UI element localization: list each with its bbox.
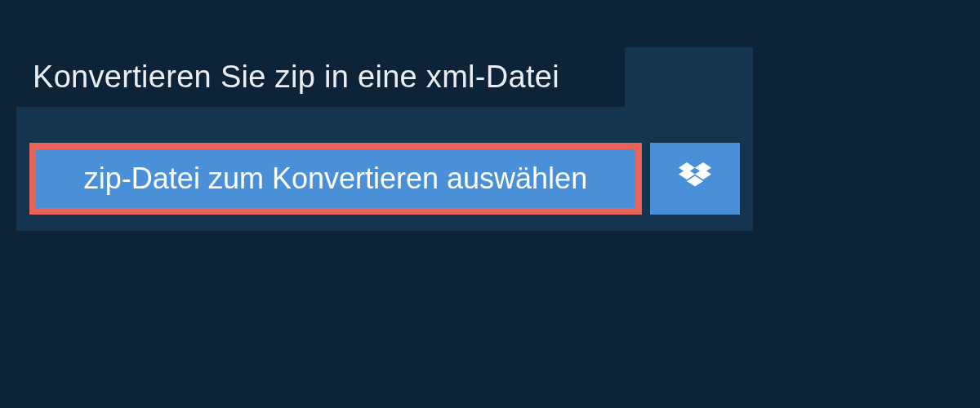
- button-row: zip-Datei zum Konvertieren auswählen: [29, 143, 740, 215]
- select-file-button[interactable]: zip-Datei zum Konvertieren auswählen: [29, 143, 642, 215]
- dropbox-icon: [679, 162, 711, 195]
- dropbox-button[interactable]: [650, 143, 740, 215]
- select-file-label: zip-Datei zum Konvertieren auswählen: [84, 162, 587, 196]
- page-title: Konvertieren Sie zip in eine xml-Datei: [33, 60, 559, 95]
- title-bar: Konvertieren Sie zip in eine xml-Datei: [16, 47, 625, 107]
